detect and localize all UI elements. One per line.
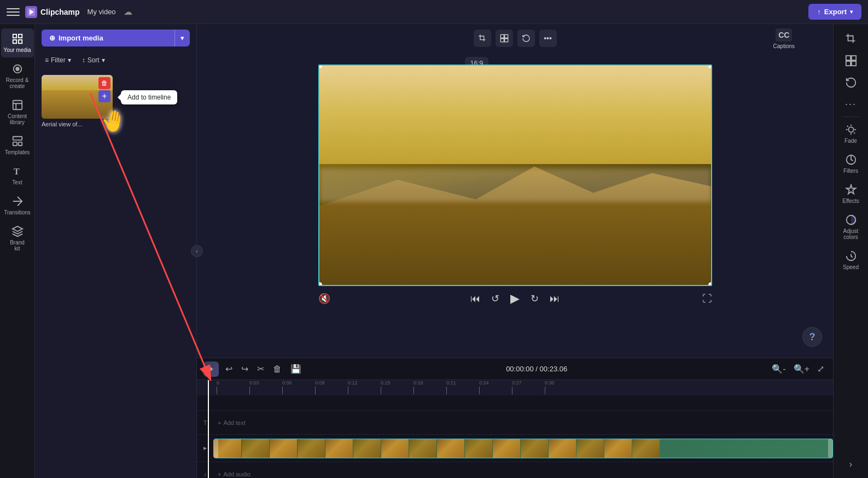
ruler-mark: 0:30 [545, 380, 578, 394]
video-sky-layer [319, 66, 711, 164]
import-dropdown-button[interactable]: ▾ [174, 30, 190, 46]
right-panel-collapse[interactable]: › [849, 459, 852, 474]
media-grid: 🗑 + Add to timeline Aerial view of... [35, 71, 196, 132]
add-text-button[interactable]: + Add text [213, 419, 246, 426]
sidebar-label-text: Text [12, 179, 22, 185]
add-audio-button[interactable]: + Add audio [213, 471, 251, 477]
clip-thumb-5 [325, 439, 353, 458]
media-thumbnail[interactable]: 🗑 + [42, 75, 113, 119]
ruler-mark: 0:27 [512, 380, 545, 394]
topbar: Clipchamp My video ☁ ↑ Export ▾ [0, 0, 868, 24]
import-media-button[interactable]: ⊕ Import media [42, 30, 174, 46]
rewind-button[interactable]: ↺ [491, 293, 499, 305]
sort-button[interactable]: ↕ Sort ▾ [79, 54, 108, 66]
svg-rect-8 [13, 101, 22, 110]
audio-track-content[interactable]: + Add audio [213, 462, 833, 478]
help-button[interactable]: ? [802, 327, 822, 347]
clip-thumb-3 [270, 439, 297, 458]
record-icon [11, 63, 24, 75]
plus-icon: + [218, 419, 221, 426]
text-track-content[interactable]: + Add text [213, 411, 833, 434]
layout-tool[interactable] [835, 50, 867, 71]
audio-track-label: ♪ [197, 471, 213, 477]
video-title[interactable]: My video [88, 8, 116, 16]
speed-label: Speed [843, 264, 859, 270]
fade-label: Fade [844, 138, 857, 144]
video-preview-container [318, 65, 712, 286]
add-media-button[interactable]: + [98, 90, 110, 102]
panel-header: ⊕ Import media ▾ [35, 24, 196, 52]
timeline-area: ✦ ↩ ↪ ✂ 🗑 💾 00:00:00 / 00:23.06 🔍- 🔍+ ⤢ [197, 358, 833, 478]
undo-button[interactable]: ↩ [223, 362, 235, 376]
skip-forward-button[interactable]: ⏭ [550, 293, 560, 305]
filters-tool[interactable]: Filters [835, 149, 867, 178]
app-name: Clipchamp [40, 8, 80, 16]
panel-collapse-button[interactable]: ‹ [191, 245, 203, 257]
sidebar-item-text[interactable]: T Text [1, 161, 34, 190]
play-button[interactable]: ▶ [510, 292, 520, 306]
sidebar-item-brand[interactable]: Brandkit [1, 221, 34, 256]
video-clip[interactable] [213, 439, 833, 458]
fit-timeline-button[interactable]: ⤢ [815, 362, 826, 376]
svg-rect-9 [13, 137, 22, 140]
adjust-colors-tool[interactable]: Adjust colors [835, 209, 867, 244]
adjust-colors-icon [845, 214, 857, 226]
magic-tools-button[interactable]: ✦ [203, 362, 219, 377]
panel-filter-row: ≡ Filter ▾ ↕ Sort ▾ [35, 52, 196, 71]
canvas-area: ••• 16:9 🔇 ⏮ ↺ [197, 24, 833, 358]
video-track-content[interactable] [213, 435, 833, 462]
cut-button[interactable]: ✂ [255, 362, 266, 376]
clip-thumb-15 [604, 439, 632, 458]
svg-rect-16 [504, 39, 508, 42]
clip-handle-right[interactable] [828, 439, 832, 458]
speed-tool[interactable]: Speed [835, 246, 867, 275]
clip-thumb-4 [298, 439, 325, 458]
list-item: 🗑 + Add to timeline Aerial view of... [42, 75, 190, 127]
fade-tool[interactable]: Fade [835, 119, 867, 148]
hamburger-menu[interactable] [7, 5, 20, 19]
fullscreen-button[interactable]: ⛶ [702, 293, 712, 305]
clip-handle-left[interactable] [214, 439, 218, 458]
left-sidebar: Your media Record &create Contentlibrary… [0, 24, 35, 478]
sidebar-label-brand: Brandkit [10, 240, 25, 252]
video-preview[interactable] [318, 65, 712, 286]
layout-tool-button[interactable] [496, 30, 513, 47]
filter-button[interactable]: ≡ Filter ▾ [42, 54, 74, 66]
filters-label: Filters [843, 168, 858, 174]
more-options-tool[interactable]: ··· [835, 94, 867, 114]
export-button[interactable]: ↑ Export ▾ [808, 4, 861, 20]
import-label: Import media [59, 34, 103, 42]
skip-back-button[interactable]: ⏮ [470, 293, 480, 305]
crop-tool-button[interactable] [474, 30, 491, 47]
delete-button[interactable]: 🗑 [271, 362, 284, 376]
rotate-tool-button[interactable] [517, 30, 535, 47]
add-to-timeline-tooltip: Add to timeline [121, 90, 177, 104]
sidebar-item-templates[interactable]: Templates [1, 131, 34, 160]
zoom-in-button[interactable]: 🔍+ [791, 362, 812, 376]
sidebar-item-content-library[interactable]: Contentlibrary [1, 95, 34, 130]
clip-thumb-8 [409, 439, 436, 458]
svg-point-21 [848, 127, 853, 132]
sidebar-item-your-media[interactable]: Your media [1, 28, 34, 57]
clip-thumb-7 [381, 439, 409, 458]
adjust-colors-label: Adjust colors [837, 228, 865, 240]
text-track-label: T [197, 419, 213, 426]
redo-button[interactable]: ↪ [239, 362, 251, 376]
more-tool-button[interactable]: ••• [539, 30, 557, 47]
effects-tool[interactable]: Effects [835, 179, 867, 208]
save-button[interactable]: 💾 [288, 362, 304, 376]
zoom-controls: 🔍- 🔍+ ⤢ [770, 362, 826, 376]
ruler-mark: 0:18 [413, 380, 446, 394]
mute-button[interactable]: 🔇 [318, 293, 330, 305]
crop-tool[interactable] [835, 28, 867, 49]
sidebar-item-transitions[interactable]: Transitions [1, 191, 34, 220]
fast-forward-button[interactable]: ↻ [531, 293, 539, 305]
captions-icon[interactable]: CC [776, 28, 792, 42]
tool-divider [842, 116, 860, 117]
zoom-out-button[interactable]: 🔍- [770, 362, 788, 376]
clip-thumb-10 [465, 439, 492, 458]
sidebar-item-record[interactable]: Record &create [1, 59, 34, 94]
delete-media-button[interactable]: 🗑 [98, 77, 110, 89]
rotate-tool[interactable] [835, 72, 867, 93]
layout-tool-icon [845, 55, 857, 67]
